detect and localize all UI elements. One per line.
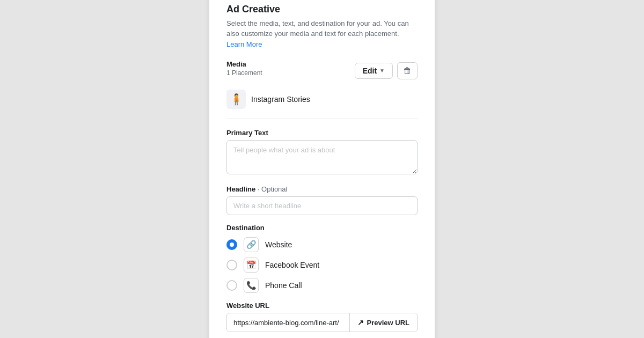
headline-label: Headline · Optional — [226, 185, 418, 193]
radio-circle-facebook-event — [226, 260, 237, 270]
learn-more-link[interactable]: Learn More — [226, 40, 262, 48]
chevron-down-icon: ▼ — [379, 68, 385, 74]
preview-url-button[interactable]: ↗ Preview URL — [349, 313, 417, 332]
radio-circle-website — [226, 239, 237, 250]
website-url-label: Website URL — [226, 302, 418, 310]
radio-item-phone-call[interactable]: 📞 Phone Call — [226, 278, 418, 293]
website-icon: 🔗 — [244, 237, 259, 252]
media-info: Media 1 Placement — [226, 60, 355, 81]
edit-button[interactable]: Edit ▼ — [355, 63, 393, 79]
preview-url-label: Preview URL — [367, 319, 409, 327]
headline-optional-text: · Optional — [258, 185, 288, 193]
ad-creative-card: Ad Creative Select the media, text, and … — [209, 0, 435, 338]
primary-text-label: Primary Text — [226, 129, 418, 137]
external-link-icon: ↗ — [357, 318, 364, 327]
headline-label-text: Headline — [226, 185, 255, 193]
media-sublabel: 1 Placement — [226, 69, 355, 77]
placement-emoji-icon: 🧍 — [230, 93, 243, 106]
divider-1 — [226, 119, 418, 119]
radio-item-facebook-event[interactable]: 📅 Facebook Event — [226, 258, 418, 273]
card-title: Ad Creative — [226, 4, 418, 15]
facebook-event-icon: 📅 — [244, 258, 259, 273]
media-label: Media — [226, 60, 355, 68]
primary-text-input[interactable] — [226, 140, 418, 174]
radio-item-website[interactable]: 🔗 Website — [226, 237, 418, 252]
card-description-text: Select the media, text, and destination … — [226, 19, 409, 38]
radio-label-facebook-event: Facebook Event — [265, 261, 319, 269]
website-url-input[interactable] — [227, 314, 349, 332]
headline-input[interactable] — [226, 196, 418, 215]
url-row: ↗ Preview URL — [226, 313, 418, 332]
destination-radio-group: 🔗 Website 📅 Facebook Event 📞 Phone Call — [226, 237, 418, 293]
radio-label-phone-call: Phone Call — [265, 281, 302, 290]
destination-label: Destination — [226, 224, 418, 232]
phone-call-icon: 📞 — [244, 278, 259, 293]
delete-button[interactable]: 🗑 — [397, 62, 418, 79]
placement-name: Instagram Stories — [251, 95, 310, 104]
radio-label-website: Website — [265, 240, 292, 249]
radio-circle-phone-call — [226, 280, 237, 291]
media-actions: Edit ▼ 🗑 — [355, 62, 418, 79]
placement-row: 🧍 Instagram Stories — [226, 90, 418, 109]
card-description: Select the media, text, and destination … — [226, 18, 418, 50]
media-section: Media 1 Placement Edit ▼ 🗑 — [226, 60, 418, 81]
trash-icon: 🗑 — [403, 66, 412, 76]
placement-thumbnail: 🧍 — [226, 90, 246, 109]
edit-button-label: Edit — [363, 67, 377, 75]
